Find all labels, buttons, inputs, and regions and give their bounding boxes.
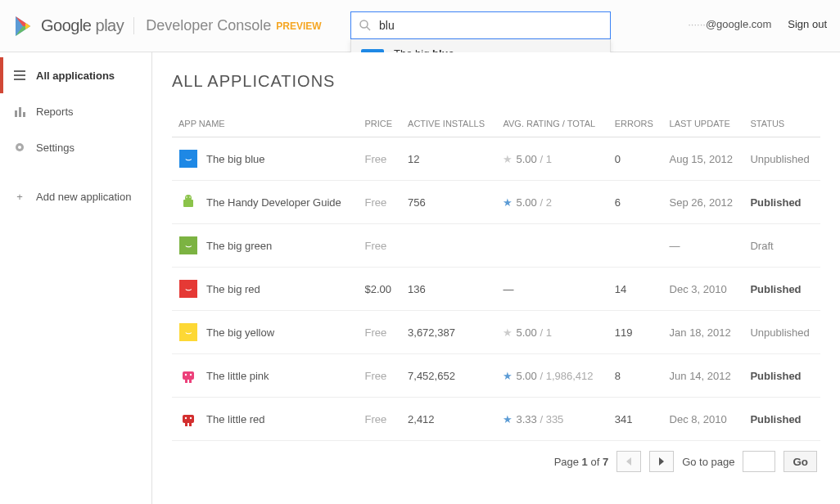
- goto-label: Go to page: [682, 456, 734, 468]
- column-header[interactable]: AVG. RATING / TOTAL: [496, 110, 607, 137]
- status-cell: Unpublished: [743, 137, 820, 181]
- rating-cell: —: [496, 268, 607, 311]
- column-header[interactable]: STATUS: [743, 110, 820, 137]
- price-cell: Free: [358, 354, 401, 398]
- plus-icon: +: [13, 190, 26, 203]
- status-cell: Draft: [743, 224, 820, 268]
- logo-text-main: Google: [41, 16, 92, 34]
- price-cell: Free: [358, 398, 401, 441]
- installs-cell: 136: [401, 268, 496, 311]
- bars-icon: [13, 105, 26, 118]
- sidebar-item-label: All applications: [36, 70, 115, 82]
- svg-point-11: [185, 195, 192, 201]
- last-update-cell: —: [663, 224, 744, 268]
- page-title: ALL APPLICATIONS: [172, 72, 820, 91]
- svg-rect-7: [23, 112, 25, 117]
- chevron-left-icon: [625, 457, 632, 466]
- table-row[interactable]: The little pink Free 7,452,652 ★5.00 / 1…: [172, 354, 820, 398]
- svg-rect-6: [19, 107, 21, 117]
- gear-icon: [13, 141, 26, 154]
- star-icon: ★: [503, 370, 513, 382]
- price-cell: Free: [358, 137, 401, 181]
- svg-point-22: [185, 417, 187, 419]
- sign-out-link[interactable]: Sign out: [788, 18, 827, 30]
- sidebar-item-all-applications[interactable]: All applications: [0, 57, 151, 93]
- table-row[interactable]: ⌣The big green Free — Draft: [172, 224, 820, 268]
- svg-point-0: [360, 20, 368, 28]
- installs-cell: 12: [401, 137, 496, 181]
- list-icon: [13, 69, 26, 82]
- star-icon: ★: [503, 153, 513, 165]
- star-icon: ★: [503, 326, 513, 339]
- app-name: The little red: [206, 413, 265, 425]
- svg-rect-16: [189, 380, 192, 383]
- rating-cell: [496, 224, 607, 268]
- svg-point-23: [190, 417, 192, 419]
- search-input[interactable]: [350, 11, 611, 39]
- status-cell: Published: [743, 398, 820, 441]
- last-update-cell: Dec 3, 2010: [663, 268, 744, 311]
- errors-cell: [608, 224, 663, 268]
- goto-page-input[interactable]: [743, 451, 775, 472]
- sidebar: All applicationsReportsSettings + Add ne…: [0, 52, 152, 504]
- column-header[interactable]: APP NAME: [172, 110, 358, 137]
- installs-cell: 3,672,387: [401, 311, 496, 354]
- installs-cell: 756: [401, 181, 496, 224]
- sidebar-item-settings[interactable]: Settings: [0, 129, 151, 165]
- svg-point-13: [189, 196, 191, 198]
- table-row[interactable]: ⌣The big yellow Free 3,672,387 ★5.00 / 1…: [172, 311, 820, 354]
- svg-line-1: [367, 27, 370, 30]
- prev-page-button[interactable]: [616, 451, 641, 472]
- svg-point-9: [18, 146, 21, 149]
- sidebar-item-label: Settings: [36, 142, 75, 154]
- errors-cell: 0: [608, 137, 663, 181]
- price-cell: Free: [358, 224, 401, 268]
- add-new-application[interactable]: + Add new application: [0, 178, 151, 214]
- svg-rect-15: [185, 380, 187, 383]
- star-icon: ★: [503, 413, 513, 425]
- installs-cell: [401, 224, 496, 268]
- svg-point-12: [186, 196, 187, 198]
- app-name: The big green: [206, 240, 272, 252]
- app-icon: ⌣: [178, 322, 198, 342]
- column-header[interactable]: ERRORS: [608, 110, 663, 137]
- star-icon: ★: [503, 196, 513, 209]
- table-row[interactable]: ⌣The big red $2.00 136 — 14 Dec 3, 2010 …: [172, 268, 820, 311]
- pager: Page 1 of 7 Go to page Go: [172, 441, 820, 482]
- errors-cell: 6: [608, 181, 663, 224]
- table-row[interactable]: The Handy Developer Guide Free 756 ★5.00…: [172, 181, 820, 224]
- installs-cell: 7,452,652: [401, 354, 496, 398]
- app-name: The big yellow: [206, 326, 274, 339]
- search-container: ⌣ The big blue com.consoledemo.bigblue⌣ …: [350, 11, 611, 39]
- svg-rect-20: [185, 423, 187, 426]
- sidebar-item-reports[interactable]: Reports: [0, 93, 151, 129]
- sidebar-item-label: Reports: [36, 106, 74, 118]
- svg-rect-19: [183, 415, 194, 423]
- chevron-right-icon: [658, 457, 665, 466]
- last-update-cell: Jan 18, 2012: [663, 311, 744, 354]
- next-page-button[interactable]: [649, 451, 674, 472]
- price-cell: $2.00: [358, 268, 401, 311]
- app-icon: ⌣: [178, 149, 198, 169]
- app-icon: [178, 192, 198, 212]
- console-label: Developer Console: [133, 17, 271, 34]
- user-area: ······@google.com Sign out: [688, 18, 827, 30]
- user-email: ······@google.com: [688, 18, 771, 30]
- column-header[interactable]: LAST UPDATE: [663, 110, 744, 137]
- table-row[interactable]: The little red Free 2,412 ★3.33 / 335 34…: [172, 398, 820, 441]
- app-name: The big blue: [206, 153, 265, 165]
- play-store-icon: [13, 15, 34, 38]
- rating-cell: ★5.00 / 1,986,412: [496, 354, 607, 398]
- svg-rect-5: [15, 110, 17, 117]
- column-header[interactable]: ACTIVE INSTALLS: [401, 110, 496, 137]
- go-button[interactable]: Go: [784, 451, 817, 472]
- table-row[interactable]: ⌣The big blue Free 12 ★5.00 / 1 0 Aug 15…: [172, 137, 820, 181]
- rating-cell: ★5.00 / 2: [496, 181, 607, 224]
- status-cell: Published: [743, 268, 820, 311]
- app-icon: ⌣: [178, 279, 198, 299]
- column-header[interactable]: PRICE: [358, 110, 401, 137]
- errors-cell: 14: [608, 268, 663, 311]
- last-update-cell: Jun 14, 2012: [663, 354, 744, 398]
- installs-cell: 2,412: [401, 398, 496, 441]
- app-icon: [178, 366, 198, 385]
